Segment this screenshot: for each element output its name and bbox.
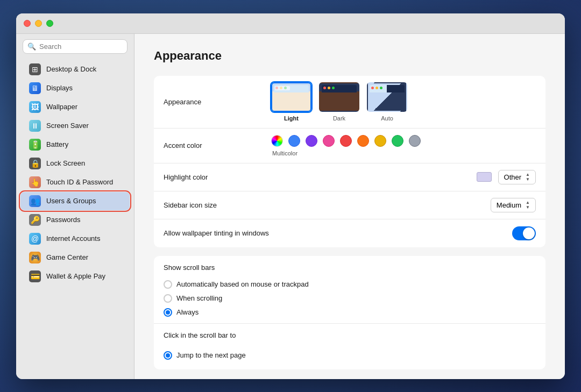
stepper-down-icon: ▼	[526, 177, 530, 182]
scroll-bars-when-scrolling-label: When scrolling	[176, 294, 222, 302]
stepper-up-icon: ▲	[526, 201, 530, 205]
sidebar-item-label: Battery	[46, 140, 68, 148]
sidebar-icon-size-row: Sidebar icon size Medium ▲ ▼	[154, 191, 545, 219]
stepper-arrows: ▲ ▼	[526, 173, 530, 182]
appearance-thumb-light[interactable]	[271, 82, 311, 112]
click-scroll-bar-label: Click in the scroll bar to	[154, 324, 545, 341]
wallpaper-icon: 🖼	[29, 101, 41, 113]
highlight-color-swatch	[477, 172, 492, 182]
dot-yellow	[375, 87, 378, 89]
minimize-button[interactable]	[35, 20, 42, 27]
lockscreen-icon: 🔒	[29, 158, 41, 169]
accent-dot-blue[interactable]	[288, 135, 300, 147]
appearance-row: Appearance	[154, 76, 545, 129]
search-bar[interactable]: 🔍	[23, 39, 127, 54]
sidebar-item-label: Displays	[46, 84, 73, 92]
appearance-label: Appearance	[164, 98, 271, 106]
stepper-down-icon: ▼	[526, 205, 530, 210]
sidebar-item-wallet[interactable]: 💳 Wallet & Apple Pay	[20, 267, 130, 286]
close-button[interactable]	[24, 20, 31, 27]
sidebar-item-battery[interactable]: 🔋 Battery	[20, 136, 130, 154]
accent-dot-purple[interactable]	[306, 135, 317, 147]
appearance-option-light[interactable]: Light	[271, 82, 311, 122]
sidebar-item-label: Wallpaper	[46, 103, 77, 111]
appearance-option-dark[interactable]: Dark	[319, 82, 359, 122]
click-scroll-jump-next-radio[interactable]	[164, 351, 172, 360]
sidebar-item-internet-accounts[interactable]: @ Internet Accounts	[20, 230, 130, 248]
scroll-bars-auto-radio[interactable]	[164, 280, 172, 289]
accent-dot-yellow[interactable]	[374, 135, 386, 147]
sidebar-icon-size-label: Sidebar icon size	[164, 201, 271, 209]
highlight-color-label: Highlight color	[164, 173, 271, 181]
sidebar-item-desktop-dock[interactable]: ⊞ Desktop & Dock	[20, 60, 130, 79]
appearance-label-auto: Auto	[381, 115, 393, 122]
dot-green	[380, 87, 382, 89]
sidebar-item-label: Game Center	[46, 253, 88, 261]
sidebar-icon-size-stepper[interactable]: Medium ▲ ▼	[491, 198, 536, 212]
accent-color-row: Accent color	[154, 129, 545, 163]
screensaver-icon: ⏸	[29, 120, 41, 132]
appearance-thumb-dark[interactable]	[319, 82, 359, 112]
appearance-section: Appearance	[154, 76, 545, 247]
sidebar-icon-size-control: Medium ▲ ▼	[271, 198, 536, 212]
appearance-label-dark: Dark	[333, 115, 345, 122]
accent-dot-red[interactable]	[340, 135, 352, 147]
sidebar-item-touch-id[interactable]: 👆 Touch ID & Password	[20, 173, 130, 191]
accent-dot-orange[interactable]	[357, 135, 369, 147]
highlight-color-value: Other	[504, 173, 522, 181]
sidebar-item-label: Internet Accounts	[46, 234, 100, 243]
scroll-bars-always-radio[interactable]	[164, 308, 172, 317]
search-input[interactable]	[39, 42, 123, 51]
maximize-button[interactable]	[46, 20, 53, 27]
sidebar-item-game-center[interactable]: 🎮 Game Center	[20, 248, 130, 267]
appearance-option-auto[interactable]: Auto	[367, 82, 407, 122]
appearance-thumb-auto[interactable]	[367, 82, 407, 112]
dot-green	[284, 87, 287, 89]
internet-accounts-icon: @	[29, 233, 41, 245]
desktop-dock-icon: ⊞	[29, 63, 41, 75]
sidebar-item-label: Lock Screen	[46, 159, 85, 167]
sidebar-item-label: Desktop & Dock	[46, 65, 96, 73]
wallpaper-tinting-row: Allow wallpaper tinting in windows	[154, 219, 545, 247]
scroll-bars-auto[interactable]: Automatically based on mouse or trackpad	[164, 280, 309, 289]
accent-dot-green[interactable]	[392, 135, 403, 147]
appearance-label-light: Light	[284, 115, 299, 122]
scroll-bars-when-scrolling-radio[interactable]	[164, 294, 172, 303]
click-scroll-jump-next-label: Jump to the next page	[176, 351, 246, 359]
click-scroll-jump-next[interactable]: Jump to the next page	[164, 351, 246, 360]
sidebar-item-label: Passwords	[46, 216, 81, 224]
passwords-icon: 🔑	[29, 214, 41, 226]
wallpaper-tinting-toggle[interactable]	[512, 226, 536, 240]
touchid-icon: 👆	[29, 176, 41, 188]
sidebar-item-displays[interactable]: 🖥 Displays	[20, 79, 130, 97]
scroll-bars-when-scrolling[interactable]: When scrolling	[164, 294, 309, 303]
dot-red	[275, 87, 278, 89]
sidebar-item-lock-screen[interactable]: 🔒 Lock Screen	[20, 154, 130, 173]
dot-yellow	[328, 87, 330, 89]
sidebar-item-users-groups[interactable]: 👥 Users & Groups	[20, 192, 130, 210]
scroll-bars-radio-group: Automatically based on mouse or trackpad…	[164, 278, 309, 319]
accent-dot-pink[interactable]	[323, 135, 335, 147]
game-center-icon: 🎮	[29, 252, 41, 263]
show-scroll-bars-label: Show scroll bars	[154, 256, 545, 274]
highlight-color-stepper[interactable]: Other ▲ ▼	[498, 170, 536, 184]
sidebar-item-wallpaper[interactable]: 🖼 Wallpaper	[20, 98, 130, 116]
accent-dot-graphite[interactable]	[409, 135, 421, 147]
dot-green	[332, 87, 335, 89]
wallpaper-tinting-control	[271, 226, 536, 240]
sidebar: 🔍 ⊞ Desktop & Dock 🖥 Displays 🖼 Wallpape…	[16, 34, 134, 379]
sidebar-item-passwords[interactable]: 🔑 Passwords	[20, 211, 130, 229]
scroll-bars-always[interactable]: Always	[164, 308, 309, 317]
scroll-bars-options-row: Automatically based on mouse or trackpad…	[154, 274, 545, 324]
sidebar-item-label: Wallet & Apple Pay	[46, 272, 105, 280]
users-groups-icon: 👥	[29, 195, 41, 207]
thumb-dots-auto	[371, 87, 382, 89]
accent-selected-label: Multicolor	[272, 150, 297, 156]
accent-dot-multicolor[interactable]	[271, 135, 283, 147]
highlight-color-control[interactable]: Other ▲ ▼	[271, 170, 536, 184]
wallet-icon: 💳	[29, 270, 41, 282]
titlebar	[16, 13, 565, 34]
highlight-color-row: Highlight color Other ▲ ▼	[154, 163, 545, 191]
sidebar-item-screensaver[interactable]: ⏸ Screen Saver	[20, 117, 130, 135]
click-scroll-radio-group: Jump to the next page	[164, 349, 246, 362]
